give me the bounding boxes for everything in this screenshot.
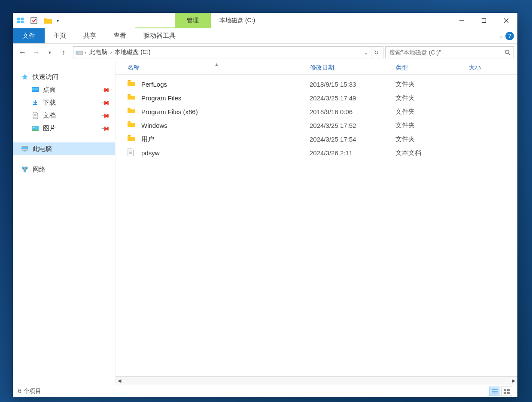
maximize-button[interactable]	[473, 13, 495, 28]
document-icon	[31, 112, 40, 119]
sidebar-item-label: 网络	[33, 166, 46, 174]
ribbon-expand-icon[interactable]: ⌵	[499, 33, 503, 39]
folder-icon	[128, 121, 137, 130]
download-icon	[31, 99, 40, 106]
search-icon[interactable]	[502, 47, 514, 58]
sort-indicator-icon: ▲	[214, 62, 219, 67]
file-row[interactable]: Program Files (x86)2018/9/16 0:06文件夹	[116, 105, 517, 118]
file-type: 文件夹	[395, 108, 468, 116]
breadcrumb-drive-c[interactable]: 本地磁盘 (C:)	[112, 48, 152, 56]
folder-icon	[128, 107, 137, 116]
column-size[interactable]: 大小	[469, 64, 481, 72]
file-list[interactable]: PerfLogs2018/9/15 15:33文件夹Program Files2…	[116, 75, 517, 376]
app-icon[interactable]	[15, 15, 26, 26]
svg-rect-3	[21, 21, 24, 23]
refresh-button[interactable]: ↻	[371, 47, 381, 58]
svg-rect-1	[21, 18, 24, 20]
file-tab[interactable]: 文件	[13, 28, 45, 43]
view-tab[interactable]: 查看	[105, 28, 135, 43]
svg-point-11	[505, 50, 509, 54]
column-date[interactable]: 修改日期	[310, 64, 396, 72]
drive-tools-tab[interactable]: 驱动器工具	[135, 27, 184, 43]
sidebar-pictures[interactable]: 图片 📌	[13, 122, 115, 135]
file-type: 文件夹	[395, 121, 468, 130]
sidebar-desktop[interactable]: 桌面 📌	[13, 83, 115, 96]
svg-rect-34	[504, 392, 506, 394]
status-bar: 6 个项目	[13, 385, 517, 397]
navigation-bar: ← → ▾ ↑ › 此电脑 › 本地磁盘 (C:) ⌄ ↻	[13, 44, 517, 61]
picture-icon	[31, 125, 40, 132]
file-name: 用户	[141, 135, 154, 143]
file-name: Windows	[141, 122, 167, 129]
file-date: 2018/9/16 0:06	[310, 108, 395, 115]
desktop-icon	[31, 86, 40, 93]
home-tab[interactable]: 主页	[45, 28, 75, 43]
file-name: pdsyw	[141, 149, 160, 157]
scroll-right-icon[interactable]: ▶	[510, 377, 517, 385]
horizontal-scrollbar[interactable]: ◀ ▶	[116, 376, 517, 385]
pin-icon: 📌	[100, 110, 110, 120]
recent-dropdown-icon[interactable]: ▾	[44, 46, 56, 58]
help-icon[interactable]: ?	[505, 32, 514, 40]
file-date: 2024/3/25 17:54	[310, 136, 395, 143]
qat-dropdown-icon[interactable]: ▾	[57, 18, 59, 23]
file-row[interactable]: PerfLogs2018/9/15 15:33文件夹	[116, 77, 517, 91]
search-box[interactable]	[385, 46, 514, 58]
file-date: 2024/3/25 17:52	[310, 122, 395, 129]
network-icon	[21, 166, 29, 173]
file-row[interactable]: Windows2024/3/25 17:52文件夹	[116, 118, 517, 132]
sidebar-quick-access[interactable]: 快速访问	[13, 70, 115, 83]
new-folder-button[interactable]	[43, 15, 53, 26]
details-view-button[interactable]	[489, 387, 500, 396]
sidebar-item-label: 文档	[43, 112, 56, 120]
sidebar-documents[interactable]: 文档 📌	[13, 109, 115, 122]
file-row[interactable]: Program Files2024/3/25 17:49文件夹	[116, 91, 517, 105]
svg-rect-0	[17, 18, 20, 20]
sidebar-this-pc[interactable]: 此电脑	[13, 142, 115, 155]
svg-rect-10	[77, 52, 78, 53]
file-type: 文件夹	[395, 135, 468, 143]
address-dropdown-icon[interactable]: ⌄	[361, 47, 371, 58]
quick-access-toolbar: ▾	[13, 13, 61, 28]
breadcrumb-this-pc[interactable]: 此电脑	[87, 48, 109, 56]
sidebar-item-label: 此电脑	[33, 145, 52, 153]
svg-point-19	[33, 127, 34, 128]
share-tab[interactable]: 共享	[75, 28, 105, 43]
properties-button[interactable]	[29, 15, 40, 26]
file-type: 文本文档	[395, 149, 468, 157]
manage-contextual-tab[interactable]: 管理	[175, 13, 211, 28]
file-date: 2018/9/15 15:33	[310, 81, 395, 88]
svg-rect-2	[17, 21, 20, 23]
file-type: 文件夹	[395, 94, 468, 102]
folder-icon	[128, 94, 137, 102]
close-button[interactable]	[495, 13, 517, 28]
sidebar-item-label: 快速访问	[33, 73, 58, 81]
navigation-pane: 快速访问 桌面 📌 下载 📌 文档 📌 图片 📌	[13, 61, 115, 385]
pc-icon	[21, 145, 29, 152]
file-row[interactable]: 用户2024/3/25 17:54文件夹	[116, 132, 517, 146]
address-bar[interactable]: › 此电脑 › 本地磁盘 (C:) ⌄ ↻	[73, 46, 383, 58]
drive-icon	[75, 48, 84, 56]
scroll-left-icon[interactable]: ◀	[116, 377, 123, 385]
file-date: 2024/3/26 2:11	[310, 149, 395, 157]
thumbnails-view-button[interactable]	[501, 387, 512, 396]
folder-icon	[128, 135, 137, 143]
sidebar-downloads[interactable]: 下载 📌	[13, 96, 115, 109]
forward-button[interactable]: →	[30, 46, 42, 58]
svg-rect-22	[24, 151, 26, 151]
chevron-right-icon[interactable]: ›	[84, 50, 87, 55]
titlebar: ▾ 管理 本地磁盘 (C:)	[13, 13, 517, 28]
column-type[interactable]: 类型	[396, 64, 469, 72]
file-row[interactable]: pdsyw2024/3/26 2:11文本文档	[116, 146, 517, 160]
svg-rect-35	[507, 392, 510, 394]
back-button[interactable]: ←	[16, 46, 28, 58]
file-date: 2024/3/25 17:49	[310, 94, 395, 102]
up-button[interactable]: ↑	[58, 46, 70, 58]
svg-rect-14	[32, 88, 38, 91]
search-input[interactable]	[386, 49, 502, 56]
chevron-right-icon[interactable]: ›	[109, 50, 113, 55]
minimize-button[interactable]	[450, 13, 473, 28]
sidebar-network[interactable]: 网络	[13, 163, 115, 176]
file-name: Program Files (x86)	[141, 108, 198, 115]
sidebar-item-label: 图片	[43, 124, 56, 133]
